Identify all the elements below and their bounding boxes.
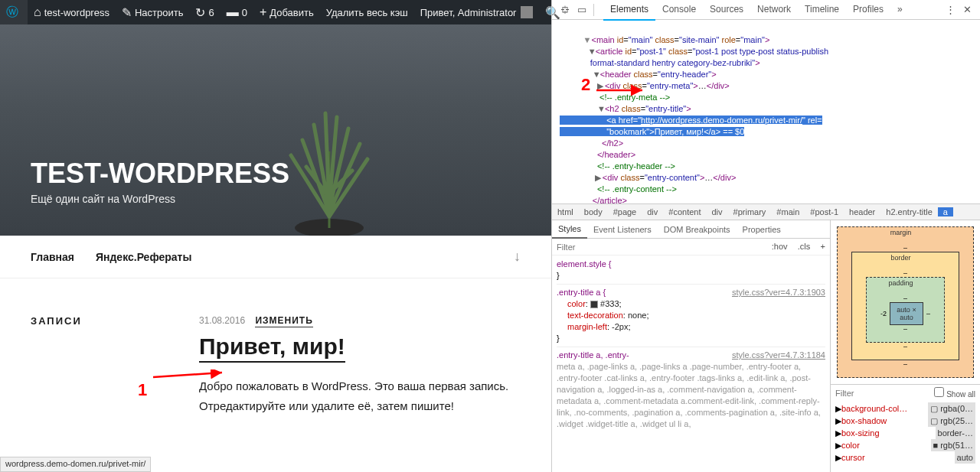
site-header-hero: TEST-WORDPRESS Ещё один сайт на WordPres… [0,24,551,236]
home-icon: ⌂ [34,5,41,19]
cls-toggle[interactable]: .cls [798,242,811,251]
new-content-link[interactable]: +Добавить [253,0,320,24]
updates-link[interactable]: ↻6 [189,0,220,24]
tab-profiles[interactable]: Profiles [846,0,890,21]
expand-icon[interactable]: ▶ [835,451,841,464]
add-rule-icon[interactable]: + [821,242,825,251]
scroll-down-icon[interactable]: ↓ [514,249,521,265]
devtools-close-icon[interactable]: ✕ [959,2,975,18]
annotation-2: 2 [581,75,590,95]
svg-line-1 [153,373,222,377]
subtab-styles[interactable]: Styles [552,220,587,239]
customize-link[interactable]: ✎Настроить [116,0,190,24]
edit-post-link[interactable]: ИЗМЕНИТЬ [255,315,312,327]
tab-console[interactable]: Console [655,0,703,21]
wp-admin-bar: ⓦ ⌂test-wordpress ✎Настроить ↻6 ▬0 +Доба… [0,0,551,24]
tab-network[interactable]: Network [750,0,798,21]
site-title[interactable]: TEST-WORDPRESS [31,158,289,190]
expand-icon[interactable]: ▶ [835,402,841,415]
devtools-toolbar: ⯐ ▭ Elements Console Sources Network Tim… [552,0,980,20]
tabs-overflow-icon[interactable]: » [890,0,910,21]
avatar [521,6,533,18]
post-date: 31.08.2016 [199,315,245,326]
computed-list[interactable]: ▶background-col…▢ rgba(0… ▶box-shadow▢ r… [831,401,980,472]
user-greeting[interactable]: Привет, Administrator [414,0,540,24]
tab-timeline[interactable]: Timeline [798,0,846,21]
styles-filter-input[interactable] [557,243,603,252]
devtools-tabs: Elements Console Sources Network Timelin… [603,0,910,21]
expand-icon[interactable]: ▶ [835,427,841,439]
tab-elements[interactable]: Elements [603,0,655,21]
post-meta: 31.08.2016 ИЗМЕНИТЬ [199,315,521,326]
plus-icon: + [260,5,266,19]
page-content: ЗАПИСИ 31.08.2016 ИЗМЕНИТЬ Привет, мир! … [0,278,551,472]
styles-subtabs: Styles Event Listeners DOM Breakpoints P… [552,220,830,239]
post-title-link[interactable]: Привет, мир! [199,334,345,363]
annotation-1: 1 [138,380,147,400]
wordpress-icon: ⓦ [6,5,18,21]
style-rules[interactable]: element.style {} style.css?ver=4.7.3:190… [552,256,830,472]
nav-home[interactable]: Главная [31,251,74,263]
subtab-properties[interactable]: Properties [737,221,787,238]
device-mode-icon[interactable]: ▭ [573,2,590,18]
browser-status-url: wordpress.demo-domen.ru/privet-mir/ [0,457,151,472]
tab-sources[interactable]: Sources [703,0,750,21]
comment-icon: ▬ [227,5,239,19]
update-icon: ↻ [195,5,205,20]
dom-breadcrumb[interactable]: html body #page div #content div #primar… [552,203,980,220]
show-all-checkbox[interactable] [934,387,944,397]
expand-icon[interactable]: ▶ [835,439,841,451]
subtab-breakpoints[interactable]: DOM Breakpoints [658,221,737,238]
dom-tree[interactable]: ▼<main id="main" class="site-main" role=… [552,20,980,203]
clear-cache-link[interactable]: Удалить весь кэш [320,0,414,24]
site-tagline: Ещё один сайт на WordPress [31,193,289,205]
nav-yandex[interactable]: Яндекс.Рефераты [96,251,191,263]
devtools-panel: ⯐ ▭ Elements Console Sources Network Tim… [551,0,980,472]
inspect-element-icon[interactable]: ⯐ [557,2,573,18]
annotation-1-arrow [152,369,228,385]
comments-link[interactable]: ▬0 [220,0,253,24]
post-body: Добро пожаловать в WordPress. Это ваша п… [199,376,521,415]
primary-nav: Главная Яндекс.Рефераты ↓ [0,236,551,278]
wp-logo[interactable]: ⓦ [0,0,28,24]
box-model[interactable]: margin– border– padding– -2auto × auto– … [831,220,980,384]
devtools-menu-icon[interactable]: ⋮ [942,2,959,18]
annotation-2-arrow [595,84,648,96]
expand-icon[interactable]: ▶ [835,415,841,427]
section-heading: ЗАПИСИ [31,315,199,472]
subtab-listeners[interactable]: Event Listeners [587,221,658,238]
hov-toggle[interactable]: :hov [772,242,788,251]
computed-filter-input[interactable] [835,389,881,398]
brush-icon: ✎ [122,5,132,20]
site-name-link[interactable]: ⌂test-wordpress [28,0,116,24]
